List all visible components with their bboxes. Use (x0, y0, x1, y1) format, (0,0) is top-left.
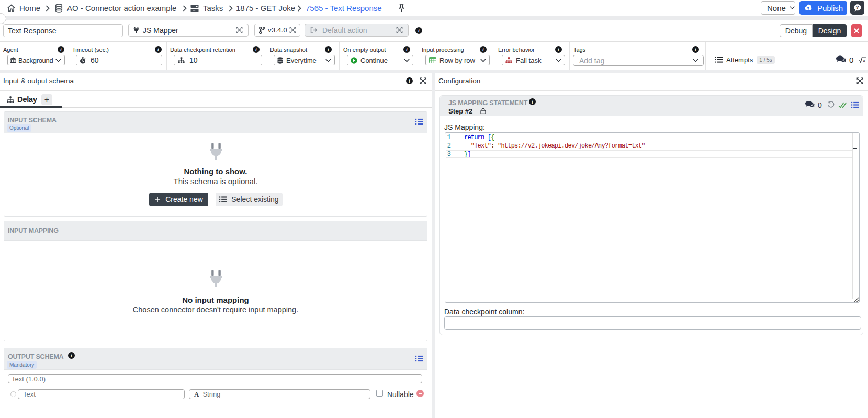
svg-text:x: x (863, 58, 866, 63)
svg-text:?: ? (856, 4, 859, 10)
